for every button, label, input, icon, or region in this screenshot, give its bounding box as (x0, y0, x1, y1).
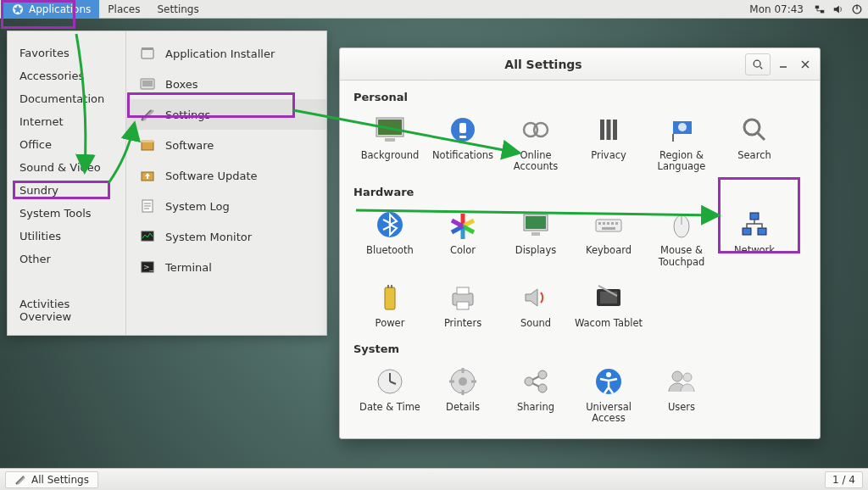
svg-point-19 (754, 60, 760, 67)
svg-rect-45 (598, 222, 601, 225)
hardware-grid: Bluetooth Color Displays Keyboard Mouse … (353, 202, 806, 336)
svg-rect-10 (142, 140, 153, 142)
users-icon (664, 364, 699, 399)
taskbar-all-settings[interactable]: All Settings (5, 471, 98, 488)
clock[interactable]: Mon 07:43 (749, 3, 804, 15)
region-language-icon (664, 112, 699, 148)
svg-rect-47 (607, 222, 609, 225)
settings-printers[interactable]: Printers (426, 275, 499, 336)
top-panel: Applications Places Settings Mon 07:43 (0, 0, 868, 19)
svg-rect-60 (457, 287, 469, 294)
volume-tray-icon[interactable] (831, 3, 846, 15)
svg-rect-29 (459, 136, 466, 138)
datetime-icon (372, 364, 408, 399)
settings-keyboard[interactable]: Keyboard (572, 202, 645, 274)
applications-logo-icon (12, 3, 24, 15)
category-sundry[interactable]: Sundry (8, 179, 125, 202)
settings-notifications[interactable]: Notifications (426, 107, 499, 179)
svg-rect-54 (743, 228, 751, 235)
settings-date-time[interactable]: Date & Time (353, 359, 426, 431)
category-other[interactable]: Other (8, 248, 125, 270)
svg-point-76 (538, 384, 547, 393)
category-accessories[interactable]: Accessories (8, 64, 125, 87)
workspace-pager[interactable]: 1 / 4 (825, 471, 863, 488)
category-office[interactable]: Office (8, 133, 125, 156)
category-favorites[interactable]: Favorites (8, 42, 125, 64)
keyboard-icon (591, 207, 626, 242)
universal-access-icon (591, 364, 626, 399)
app-software[interactable]: Software (126, 130, 326, 160)
settings-color[interactable]: Color (426, 202, 499, 274)
boxes-icon (138, 75, 157, 93)
app-application-installer[interactable]: Application Installer (126, 38, 326, 69)
settings-body: Personal Background Notifications Online… (340, 81, 820, 438)
app-terminal[interactable]: >_ Terminal (126, 252, 326, 282)
settings-sound[interactable]: Sound (499, 275, 572, 336)
settings-search[interactable]: Search (718, 107, 791, 179)
sharing-icon (518, 364, 554, 399)
settings-displays[interactable]: Displays (499, 202, 572, 274)
software-icon (138, 136, 157, 154)
settings-network[interactable]: Network (718, 202, 791, 274)
installer-icon (138, 44, 157, 63)
svg-point-31 (534, 123, 548, 136)
places-menu-button[interactable]: Places (99, 0, 148, 19)
bluetooth-icon (372, 207, 408, 242)
svg-rect-56 (385, 287, 395, 309)
settings-wacom[interactable]: Wacom Tablet (572, 275, 645, 336)
settings-power[interactable]: Power (353, 275, 426, 336)
svg-rect-63 (600, 292, 617, 303)
log-icon (138, 197, 157, 215)
network-tray-icon[interactable] (812, 3, 827, 15)
window-title: All Settings (504, 58, 581, 71)
svg-rect-5 (142, 49, 153, 58)
svg-rect-1 (815, 5, 819, 8)
app-settings[interactable]: Settings (126, 99, 326, 130)
svg-rect-16 (142, 231, 153, 241)
app-software-update[interactable]: Software Update (126, 160, 326, 191)
search-icon (737, 112, 772, 148)
settings-region-language[interactable]: Region & Language (645, 107, 718, 179)
svg-rect-50 (602, 227, 615, 230)
svg-rect-61 (457, 302, 469, 309)
settings-mouse-touchpad[interactable]: Mouse & Touchpad (645, 202, 718, 274)
system-grid: Date & Time Details Sharing Universal Ac… (353, 359, 806, 431)
category-system-tools[interactable]: System Tools (8, 202, 125, 225)
settings-users[interactable]: Users (645, 359, 718, 431)
settings-details[interactable]: Details (426, 359, 499, 431)
network-icon (737, 207, 772, 242)
close-button[interactable] (796, 53, 815, 75)
settings-online-accounts[interactable]: Online Accounts (499, 107, 572, 179)
app-boxes[interactable]: Boxes (126, 69, 326, 99)
activities-overview[interactable]: Activities Overview (8, 292, 125, 328)
minimize-button[interactable] (774, 53, 793, 75)
settings-privacy[interactable]: Privacy (572, 107, 645, 179)
category-sound-video[interactable]: Sound & Video (8, 156, 125, 179)
power-tray-icon[interactable] (849, 3, 865, 15)
app-system-monitor[interactable]: System Monitor (126, 221, 326, 252)
svg-point-82 (683, 373, 692, 381)
applications-menu-button[interactable]: Applications (3, 0, 99, 19)
section-hardware-header: Hardware (353, 186, 806, 198)
settings-sharing[interactable]: Sharing (499, 359, 572, 431)
category-utilities[interactable]: Utilities (8, 225, 125, 248)
svg-rect-6 (142, 47, 153, 50)
online-accounts-icon (518, 112, 554, 148)
settings-universal-access[interactable]: Universal Access (572, 359, 645, 431)
settings-background[interactable]: Background (353, 107, 426, 179)
taskbar-item-label: All Settings (31, 474, 89, 486)
svg-rect-42 (526, 216, 546, 229)
svg-point-81 (672, 371, 682, 381)
svg-rect-9 (142, 142, 153, 150)
search-button[interactable] (745, 53, 771, 75)
category-internet[interactable]: Internet (8, 110, 125, 133)
settings-small-icon (14, 474, 26, 486)
svg-rect-33 (607, 120, 611, 140)
settings-menu-button[interactable]: Settings (148, 0, 207, 19)
category-documentation[interactable]: Documentation (8, 87, 125, 110)
app-system-log[interactable]: System Log (126, 191, 326, 221)
settings-bluetooth[interactable]: Bluetooth (353, 202, 426, 274)
section-personal-header: Personal (353, 91, 806, 103)
window-titlebar[interactable]: All Settings (340, 48, 820, 81)
svg-rect-58 (391, 285, 392, 288)
